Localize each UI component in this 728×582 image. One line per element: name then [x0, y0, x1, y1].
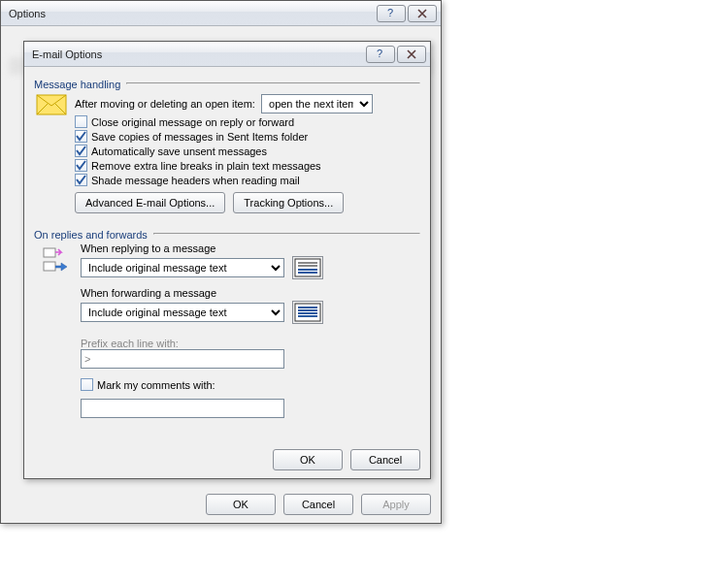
after-moving-select[interactable]: open the next item [261, 94, 373, 113]
advanced-email-options-button[interactable]: Advanced E-mail Options... [75, 192, 225, 213]
reply-style-preview [292, 256, 323, 279]
options-titlebar: Options ? [1, 1, 441, 26]
svg-text:?: ? [377, 49, 382, 59]
help-icon: ? [376, 49, 385, 59]
tracking-options-button[interactable]: Tracking Options... [233, 192, 344, 213]
options-footer: OK Cancel Apply [206, 494, 431, 515]
remove-breaks-label: Remove extra line breaks in plain text m… [91, 160, 321, 172]
cancel-button[interactable]: Cancel [350, 449, 420, 470]
email-options-titlebar: E-mail Options ? [24, 42, 430, 67]
save-copies-label: Save copies of messages in Sent Items fo… [91, 131, 308, 143]
email-options-footer: OK Cancel [273, 449, 420, 470]
mark-comments-label: Mark my comments with: [97, 379, 215, 391]
autosave-checkbox[interactable] [75, 145, 87, 157]
svg-text:?: ? [387, 9, 393, 18]
svg-rect-3 [44, 248, 55, 257]
save-copies-checkbox[interactable] [75, 130, 87, 143]
when-replying-select[interactable]: Include original message text [81, 258, 284, 277]
svg-rect-4 [44, 262, 55, 271]
prefix-input [81, 349, 284, 369]
close-button[interactable] [408, 5, 437, 22]
close-original-checkbox[interactable] [75, 115, 87, 128]
forward-style-preview [292, 301, 323, 324]
document-lines-icon [294, 258, 321, 277]
apply-button: Apply [361, 494, 431, 515]
close-icon [417, 9, 427, 18]
when-forwarding-label: When forwarding a message [81, 287, 420, 299]
ok-button[interactable]: OK [273, 449, 343, 470]
email-options-dialog: E-mail Options ? Message handling [23, 41, 431, 479]
mark-comments-input [81, 399, 284, 418]
envelope-icon [36, 94, 67, 115]
group-message-handling: Message handling [34, 75, 420, 92]
close-button[interactable] [397, 46, 426, 63]
help-button[interactable]: ? [377, 5, 406, 22]
mark-comments-checkbox[interactable] [81, 378, 93, 391]
help-button[interactable]: ? [366, 46, 395, 63]
document-lines-icon [294, 303, 321, 322]
shade-headers-checkbox[interactable] [75, 174, 87, 186]
cancel-button[interactable]: Cancel [283, 494, 353, 515]
close-icon [407, 49, 416, 59]
close-original-label: Close original message on reply or forwa… [91, 116, 294, 128]
reply-forward-icon [42, 244, 73, 275]
help-icon: ? [386, 9, 396, 18]
ok-button[interactable]: OK [206, 494, 276, 515]
svg-rect-5 [295, 259, 320, 276]
email-options-title: E-mail Options [32, 48, 366, 60]
prefix-label: Prefix each line with: [81, 338, 179, 349]
group-replies-forwards: On replies and forwards [34, 225, 420, 242]
after-moving-label: After moving or deleting an open item: [75, 98, 255, 110]
when-replying-label: When replying to a message [81, 242, 420, 254]
when-forwarding-select[interactable]: Include original message text [81, 303, 284, 322]
remove-breaks-checkbox[interactable] [75, 159, 87, 172]
autosave-label: Automatically save unsent messages [91, 146, 267, 157]
shade-headers-label: Shade message headers when reading mail [91, 175, 300, 186]
options-title: Options [9, 8, 377, 19]
